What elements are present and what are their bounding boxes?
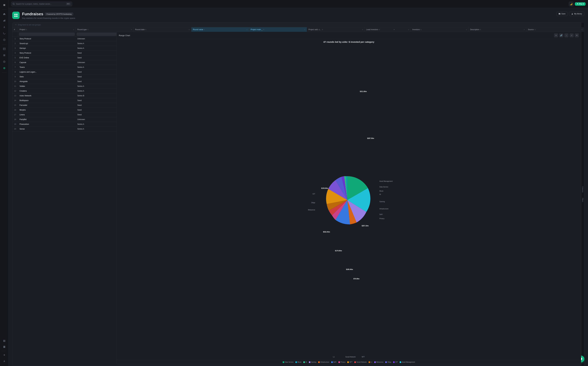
- chart-link-btn[interactable]: 🔗: [559, 33, 563, 37]
- cell-project: Aztec Network: [18, 93, 76, 98]
- cell-num: 4: [12, 51, 18, 55]
- cell-num: 1: [12, 37, 18, 41]
- legend-label: Asset Management: [402, 361, 415, 363]
- th-round-date[interactable]: Round date ⇅≡: [134, 27, 191, 32]
- filter-num: [12, 32, 18, 37]
- svg-point-30: [572, 13, 573, 14]
- legend-item: Data Service: [283, 361, 294, 363]
- cell-num: 3: [12, 46, 18, 51]
- sidebar-icon-download[interactable]: [1, 24, 7, 30]
- page-subtitle: Key statistics for recent financing roun…: [22, 17, 554, 19]
- legend-dot: [385, 361, 387, 363]
- legend-dot: [347, 361, 349, 363]
- sidebar-icon-table[interactable]: [1, 46, 7, 52]
- sidebar-icon-chart-line[interactable]: [1, 59, 7, 64]
- sidebar-divider-4: [1, 351, 6, 351]
- legend-dot: [369, 361, 370, 363]
- legend-item: Infrastructure: [318, 361, 329, 363]
- topbar-right: 🌙 Pro ▾: [569, 1, 586, 7]
- label-iot: IOT: [313, 193, 315, 195]
- cell-num: 20: [12, 127, 18, 131]
- columns-label[interactable]: Columns: [581, 185, 584, 194]
- chart-align-btn[interactable]: ≡: [554, 33, 558, 37]
- svg-rect-4: [4, 20, 4, 22]
- legend-item: Gaming: [309, 361, 316, 363]
- right-labels: Asset Management Data Service Music AI G…: [379, 180, 395, 220]
- value-infra: $70.00m: [354, 278, 359, 280]
- sidebar-icon-list[interactable]: [1, 53, 7, 58]
- th-investors[interactable]: Investors ⇅≡: [411, 27, 468, 32]
- theme-toggle-button[interactable]: 🌙: [569, 1, 574, 7]
- th-lead-investors[interactable]: Lead investors ⇅▼≡: [365, 27, 411, 32]
- sidebar-icon-refresh[interactable]: [1, 31, 7, 36]
- svg-rect-11: [3, 54, 5, 55]
- cell-num: 18: [12, 117, 18, 122]
- sidebar-icon-chart[interactable]: [1, 18, 7, 23]
- sidebar-icon-active-feature[interactable]: [1, 65, 7, 71]
- filter-project-input[interactable]: [19, 33, 75, 36]
- filters-label[interactable]: Filters: [581, 197, 584, 203]
- svg-rect-7: [3, 48, 5, 50]
- legend-dot: [303, 361, 305, 363]
- search-bar[interactable]: Search for a project, metric, market sec…: [11, 1, 72, 7]
- cell-project: PartyBid: [18, 117, 76, 122]
- th-round-value[interactable]: Round value ⇅≡: [191, 27, 249, 32]
- th-description[interactable]: Description ⇅≡: [468, 27, 526, 32]
- bottom-labels: L1 Social Network NFT: [333, 356, 365, 358]
- value-metaverse-area: $170.00m: [335, 250, 342, 252]
- svg-rect-12: [3, 55, 5, 55]
- fundraises-icon: [14, 13, 18, 17]
- chart-download-btn[interactable]: ↓: [565, 33, 568, 37]
- sidebar-icon-home[interactable]: [1, 11, 7, 17]
- main-content: Search for a project, metric, market sec…: [8, 0, 588, 366]
- page-title-area: Fundraises Powered by CRYPTO fundraising…: [22, 12, 554, 19]
- chart-legend: Data Service Music AI Gaming Infrastruct…: [117, 360, 581, 364]
- label-l1-bottom: L1: [333, 356, 335, 358]
- legend-label: Infrastructure: [320, 361, 329, 363]
- cell-project: Sense: [18, 127, 76, 131]
- legend-label: Music: [298, 361, 302, 363]
- topbar: Search for a project, metric, market sec…: [8, 0, 588, 8]
- svg-rect-5: [5, 20, 5, 22]
- chart-close-btn[interactable]: ✕: [575, 33, 579, 37]
- th-project-add[interactable]: Project add. c... ⇅≡: [307, 27, 365, 32]
- cell-num: 9: [12, 74, 18, 79]
- cell-num: 10: [12, 79, 18, 84]
- th-source[interactable]: Source ⇅≡: [526, 27, 584, 32]
- page-header: Fundraises Powered by CRYPTO fundraising…: [12, 12, 584, 19]
- legend-item: Metaverse: [374, 361, 384, 363]
- legend-dot: [339, 361, 340, 363]
- my-library-button[interactable]: My library: [569, 12, 584, 16]
- save-icon: [558, 13, 560, 15]
- th-round-type[interactable]: Round type ⇅≡: [76, 27, 133, 32]
- svg-rect-19: [4, 340, 5, 341]
- cell-num: 7: [12, 65, 18, 70]
- legend-label: Metaverse: [376, 361, 384, 363]
- table-wrapper[interactable]: Drag here to set row groups # Project ⇅≡…: [12, 22, 584, 366]
- sidebar-icon-menu[interactable]: [1, 2, 7, 8]
- legend-dot: [400, 361, 401, 363]
- svg-point-15: [4, 61, 5, 62]
- sidebar-icon-grid2[interactable]: [1, 344, 7, 350]
- chart-title: Range Chart: [119, 34, 130, 37]
- page-title: Fundraises Powered by CRYPTO fundraising: [22, 12, 554, 16]
- label-social-network-bottom: Social Network: [345, 356, 355, 358]
- pro-badge[interactable]: Pro ▾: [575, 2, 586, 6]
- sidebar-icon-add[interactable]: [1, 352, 7, 358]
- th-num: #: [12, 27, 18, 32]
- legend-item: DeFi: [331, 361, 337, 363]
- th-project-main[interactable]: Project main _ ⇅≡: [249, 27, 307, 32]
- legend-label: NFT: [349, 361, 352, 363]
- sidebar: [0, 0, 8, 366]
- sidebar-icon-download2[interactable]: [1, 358, 7, 364]
- label-data-service-right: Data Service: [379, 186, 388, 188]
- save-button[interactable]: Save: [556, 12, 568, 16]
- filter-project[interactable]: [18, 32, 76, 37]
- sidebar-icon-grid1[interactable]: [1, 338, 7, 344]
- sidebar-icon-clock[interactable]: [1, 37, 7, 43]
- chart-expand-btn[interactable]: ⤢: [570, 33, 574, 37]
- svg-rect-2: [3, 6, 5, 6]
- cell-project: Capsule: [18, 60, 76, 65]
- th-project[interactable]: Project ⇅≡: [18, 27, 76, 32]
- cell-project: Sound.xyz: [18, 41, 76, 46]
